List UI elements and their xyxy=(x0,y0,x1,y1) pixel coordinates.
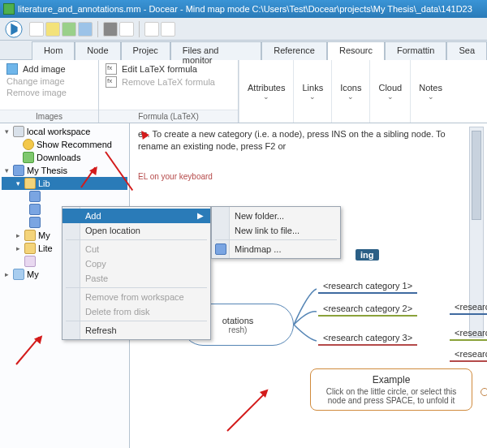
cloud-dropdown[interactable]: Cloud⌄ xyxy=(369,60,410,123)
chevron-down-icon: ⌄ xyxy=(387,93,394,101)
tree-item-doc[interactable] xyxy=(2,190,127,203)
save-button[interactable] xyxy=(78,22,93,37)
mindmap-icon xyxy=(29,204,41,215)
chevron-down-icon: ⌄ xyxy=(347,93,354,101)
window-titlebar: literature_and_annotations.mm - Docear -… xyxy=(0,0,487,18)
example-title: Example xyxy=(373,374,411,386)
tab-home[interactable]: Hom xyxy=(32,41,75,60)
context-submenu-add[interactable]: New folder... New link to file... Mindma… xyxy=(211,206,341,259)
mindmap-node-cat-r2[interactable]: <research ca xyxy=(450,328,487,341)
ctx-item-mindmap[interactable]: Mindmap ... xyxy=(212,242,340,256)
folder-icon xyxy=(13,269,24,280)
root-line1: otations xyxy=(222,316,254,325)
quick-toolbar xyxy=(0,18,487,41)
folder-icon xyxy=(24,243,36,254)
ctx-item-new-link-file[interactable]: New link to file... xyxy=(212,223,340,238)
mindmap-icon xyxy=(29,191,41,202)
ctx-item-new-folder[interactable]: New folder... xyxy=(212,209,340,223)
example-subtitle: Click on the little circle, or select th… xyxy=(317,387,465,405)
mindmap-node-cat1[interactable]: <research category 1> xyxy=(318,281,417,294)
context-menu[interactable]: Add▶ Open location Cut Copy Paste Remove… xyxy=(62,206,211,340)
print-button[interactable] xyxy=(119,22,134,37)
add-image-button[interactable]: Add image xyxy=(6,63,92,75)
toolbar-separator xyxy=(97,21,98,37)
mindmap-node-cat3[interactable]: <research category 3> xyxy=(318,333,417,346)
undo-button[interactable] xyxy=(144,22,159,37)
open-recent-button[interactable] xyxy=(62,22,76,37)
fold-circle-icon[interactable] xyxy=(481,388,487,396)
mindmap-node-cat2[interactable]: <research category 2> xyxy=(318,304,417,317)
redo-button[interactable] xyxy=(161,22,175,37)
save-all-button[interactable] xyxy=(103,22,118,37)
ribbon-tabs: Hom Node Projec Files and monitor Refere… xyxy=(0,41,487,60)
ctx-separator xyxy=(66,239,207,240)
chevron-down-icon: ⌄ xyxy=(309,93,316,101)
change-image-button[interactable]: Change image xyxy=(6,76,92,86)
star-icon xyxy=(23,139,34,150)
folder-open-icon xyxy=(24,178,36,189)
window-title: literature_and_annotations.mm - Docear -… xyxy=(18,4,472,14)
formula-remove-icon xyxy=(106,76,117,88)
ctx-separator xyxy=(66,321,207,321)
tab-reference[interactable]: Reference xyxy=(261,41,327,60)
toolbar-separator xyxy=(139,21,140,37)
edit-latex-button[interactable]: Edit LaTeX formula xyxy=(106,63,231,75)
workspace-icon xyxy=(13,126,24,137)
tree-item-recommend[interactable]: Show Recommend xyxy=(2,138,127,151)
canvas-hint-text: es. To create a new category (i.e. a nod… xyxy=(138,128,458,153)
open-file-button[interactable] xyxy=(45,22,60,37)
notes-dropdown[interactable]: Notes⌄ xyxy=(410,60,450,123)
ribbon-group-formula-label: Formula (LaTeX) xyxy=(99,110,238,123)
links-dropdown[interactable]: Links⌄ xyxy=(293,60,331,123)
tree-root[interactable]: ▾local workspace xyxy=(2,125,127,138)
icons-dropdown[interactable]: Icons⌄ xyxy=(331,60,369,123)
references-icon xyxy=(24,256,36,267)
ctx-item-cut[interactable]: Cut xyxy=(62,242,210,256)
ctx-item-paste[interactable]: Paste xyxy=(62,271,210,286)
tab-resource[interactable]: Resourc xyxy=(327,41,385,60)
folder-icon xyxy=(24,230,36,241)
tab-project[interactable]: Projec xyxy=(121,41,170,60)
tab-formatting[interactable]: Formattin xyxy=(385,41,446,60)
ctx-item-open-location[interactable]: Open location xyxy=(62,223,210,238)
ctx-separator xyxy=(215,239,337,240)
chevron-down-icon: ⌄ xyxy=(263,93,269,101)
mindmap-node-cat-r1[interactable]: <research ca xyxy=(450,302,487,315)
thesis-icon xyxy=(13,165,24,176)
scrollbar-thumb[interactable] xyxy=(472,131,481,220)
node-fragment-ing[interactable]: ing xyxy=(356,249,379,261)
mindmap-example-node[interactable]: Example Click on the little circle, or s… xyxy=(310,368,472,411)
docear-logo-icon xyxy=(5,20,23,38)
ribbon-group-images-label: Images xyxy=(0,110,98,123)
mindmap-node-cat-r3[interactable]: <research ca xyxy=(450,349,487,362)
ctx-item-delete-disk[interactable]: Delete from disk xyxy=(62,304,210,319)
image-icon xyxy=(6,63,18,75)
mindmap-icon xyxy=(215,243,226,255)
chevron-down-icon: ⌄ xyxy=(428,93,434,101)
submenu-arrow-icon: ▶ xyxy=(197,211,204,220)
app-doc-icon xyxy=(3,3,15,15)
ctx-separator xyxy=(66,287,207,288)
tree-item-library[interactable]: ▾Lib xyxy=(2,177,127,190)
download-icon xyxy=(23,152,34,163)
root-line2: resh) xyxy=(229,325,248,334)
remove-latex-button[interactable]: Remove LaTeX formula xyxy=(106,76,231,88)
formula-icon xyxy=(106,63,117,75)
ctx-item-refresh[interactable]: Refresh xyxy=(62,323,210,338)
ribbon: Add image Change image Remove image Imag… xyxy=(0,60,487,123)
remove-image-button[interactable]: Remove image xyxy=(6,88,92,97)
tree-item-my-thesis[interactable]: ▾My Thesis xyxy=(2,164,127,177)
attributes-dropdown[interactable]: Attributes⌄ xyxy=(239,60,293,123)
ctx-item-remove-workspace[interactable]: Remove from workspace xyxy=(62,290,210,304)
tab-files-monitor[interactable]: Files and monitor xyxy=(170,41,261,60)
tab-search[interactable]: Sea xyxy=(446,41,487,60)
mindmap-icon xyxy=(29,217,41,228)
ctx-item-copy[interactable]: Copy xyxy=(62,256,210,271)
new-file-button[interactable] xyxy=(29,22,44,37)
tab-node[interactable]: Node xyxy=(75,41,120,60)
canvas-hint-cut: EL on your keyboard xyxy=(138,172,213,181)
ctx-item-add[interactable]: Add▶ xyxy=(62,209,210,223)
